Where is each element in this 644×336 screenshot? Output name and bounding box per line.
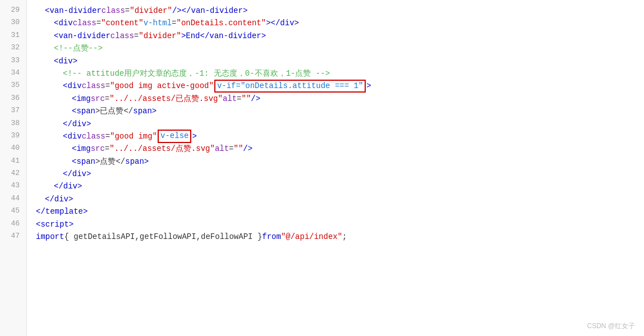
line-number: 37: [0, 105, 26, 117]
code-line: </div>: [27, 168, 644, 180]
code-token: span: [76, 105, 95, 117]
code-line: <!-- attitude用户对文章的态度，-1: 无态度，0-不喜欢，1-点赞…: [27, 67, 644, 80]
highlighted-directive: v-if="onDetails.attitude === 1": [214, 80, 366, 93]
code-line: <span>已点赞</span>: [27, 105, 644, 117]
code-token: =: [229, 142, 233, 155]
code-token: alt: [223, 93, 237, 105]
code-token: =: [105, 142, 109, 155]
line-number: 33: [0, 55, 26, 67]
code-token: <: [72, 93, 76, 105]
code-token: 用户对文章的态度，-1: 无态度，0-不喜欢，1-点赞 -->: [124, 67, 330, 80]
code-token: <: [54, 30, 58, 42]
code-token: <: [36, 218, 40, 231]
line-number: 41: [0, 155, 26, 168]
code-line: <div class="content" v-html="onDetails.c…: [27, 17, 644, 29]
code-token: />: [243, 142, 252, 155]
code-token: <: [54, 17, 58, 29]
code-token: =: [105, 130, 110, 142]
code-token: alt: [215, 142, 229, 155]
code-token: </: [63, 168, 72, 180]
code-token: span: [76, 155, 95, 168]
code-line: </div>: [27, 118, 644, 130]
code-token: from: [262, 231, 281, 243]
code-token: "content": [101, 17, 144, 29]
code-token: >: [83, 205, 88, 218]
code-line: <!-- 点赞 -->: [27, 42, 644, 54]
line-number: 31: [0, 30, 26, 42]
line-number: 35: [0, 80, 26, 92]
code-line: <van-divider class="divider">End</van-di…: [27, 30, 644, 42]
watermark: CSDN @红女子: [587, 321, 635, 332]
code-line: <van-divider class="divider" /></van-div…: [27, 4, 644, 17]
code-token: </: [45, 193, 54, 205]
code-token: script: [40, 218, 68, 231]
code-token: span: [133, 105, 152, 117]
code-token: div: [67, 80, 81, 92]
code-token: >: [68, 193, 73, 205]
code-token: =: [105, 93, 109, 105]
code-token: "../../assets/已点赞.svg": [109, 93, 223, 105]
code-line: <div>: [27, 55, 644, 67]
code-token: v-html: [144, 17, 172, 29]
code-token: div: [58, 17, 72, 29]
code-token: div: [67, 130, 81, 142]
code-token: >: [73, 55, 77, 67]
code-token: import: [36, 231, 64, 243]
code-token: </: [63, 118, 72, 130]
code-token: />: [251, 93, 260, 105]
line-numbers: 29303132333435363738394041424344454647: [0, 0, 27, 336]
line-number: 45: [0, 205, 26, 218]
code-token: van-divider: [209, 30, 261, 42]
code-token: div: [54, 193, 68, 205]
line-number: 46: [0, 218, 26, 231]
code-line: <script>: [27, 218, 644, 231]
code-token: >: [69, 218, 73, 231]
code-token: div: [72, 168, 86, 180]
code-token: =: [96, 17, 101, 29]
code-token: >: [295, 17, 299, 29]
line-number: 43: [0, 180, 26, 192]
line-number: 38: [0, 118, 26, 130]
code-token: class: [102, 4, 125, 17]
code-token: class: [111, 30, 134, 42]
code-token: >: [366, 80, 371, 92]
line-number: 29: [0, 4, 26, 17]
code-line: <img src="../../assets/点赞.svg" alt="" />: [27, 142, 644, 155]
code-token: =: [105, 80, 110, 92]
highlighted-directive: v-else: [158, 130, 191, 143]
code-token: 点赞: [73, 42, 89, 54]
line-number: 30: [0, 17, 26, 29]
code-token: >: [152, 105, 157, 117]
code-token: </: [182, 4, 191, 17]
code-token: class: [82, 80, 105, 92]
code-token: =: [125, 4, 130, 17]
line-number: 32: [0, 42, 26, 54]
code-token: "@/api/index": [281, 231, 342, 243]
code-token: div: [72, 118, 86, 130]
code-token: div: [58, 55, 72, 67]
code-token: "good img active-good": [110, 80, 214, 92]
code-token: van-divider: [58, 30, 110, 42]
code-token: -->: [89, 42, 103, 54]
code-line: <img src="../../assets/已点赞.svg" alt="" /…: [27, 93, 644, 105]
line-number: 34: [0, 67, 26, 80]
code-token: div: [63, 180, 77, 192]
line-number: 40: [0, 142, 26, 155]
code-token: >: [86, 168, 91, 180]
code-token: >: [261, 30, 266, 42]
code-token: "": [242, 93, 251, 105]
code-token: "": [234, 142, 243, 155]
code-token: "onDetails.content": [177, 17, 266, 29]
code-token: img: [76, 142, 90, 155]
code-token: </: [54, 180, 63, 192]
line-number: 42: [0, 168, 26, 180]
code-token: src: [91, 93, 105, 105]
code-token: =: [237, 93, 241, 105]
code-token: template: [45, 205, 83, 218]
code-token: src: [91, 142, 105, 155]
code-line: </template>: [27, 205, 644, 218]
code-token: { getDetailsAPI,getFollowAPI,deFollowAPI…: [64, 231, 262, 243]
code-area[interactable]: <van-divider class="divider" /></van-div…: [27, 0, 644, 336]
code-token: ></: [266, 17, 280, 29]
code-token: <: [54, 55, 58, 67]
